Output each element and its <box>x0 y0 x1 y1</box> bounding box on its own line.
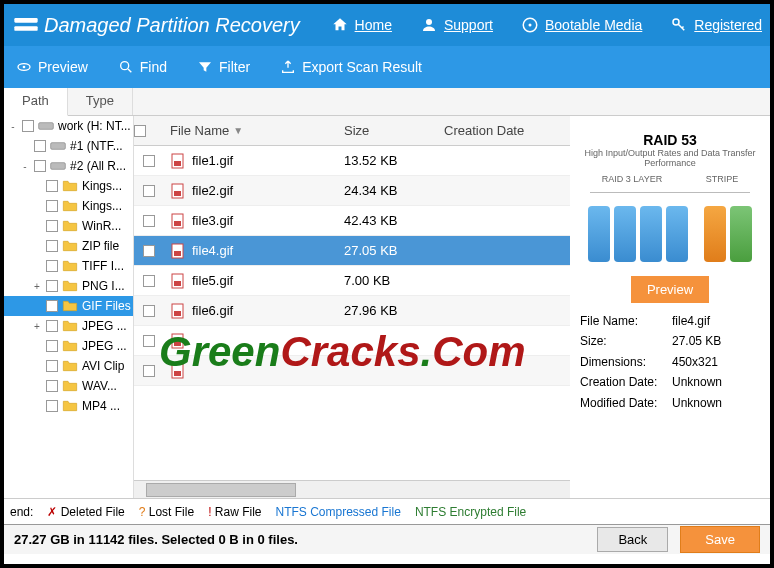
gif-file-icon <box>170 363 186 379</box>
tool-filter[interactable]: Filter <box>197 59 250 75</box>
svg-rect-10 <box>51 143 66 150</box>
tree-item[interactable]: MP4 ... <box>4 396 133 416</box>
tree-checkbox[interactable] <box>46 240 58 252</box>
svg-point-5 <box>673 19 679 25</box>
tree-item[interactable]: +JPEG ... <box>4 316 133 336</box>
meta-row: Dimensions:450x321 <box>580 352 760 372</box>
tree-item[interactable]: WAV... <box>4 376 133 396</box>
legend-ntfs-compressed: NTFS Compressed File <box>276 505 401 519</box>
file-row[interactable]: file5.gif7.00 KB <box>134 266 570 296</box>
header-link-support[interactable]: Support <box>420 16 493 34</box>
svg-point-2 <box>426 19 432 25</box>
meta-row: Size:27.05 KB <box>580 331 760 351</box>
back-button[interactable]: Back <box>597 527 668 552</box>
legend-bar: end: ✗ Deleted File ? Lost File ! Raw Fi… <box>4 498 770 524</box>
tree-item[interactable]: #1 (NTF... <box>4 136 133 156</box>
disc-icon <box>521 16 539 34</box>
svg-rect-11 <box>51 163 66 170</box>
tree-item[interactable]: WinR... <box>4 216 133 236</box>
col-name-header[interactable]: File Name▼ <box>164 123 344 138</box>
preview-button[interactable]: Preview <box>631 276 709 303</box>
tree-checkbox[interactable] <box>46 200 58 212</box>
tool-export-scan-result[interactable]: Export Scan Result <box>280 59 422 75</box>
legend-deleted: ✗ Deleted File <box>47 505 124 519</box>
gif-file-icon <box>170 153 186 169</box>
tree-item[interactable]: JPEG ... <box>4 336 133 356</box>
file-checkbox[interactable] <box>143 365 155 377</box>
svg-rect-15 <box>174 191 181 196</box>
file-checkbox[interactable] <box>143 245 155 257</box>
tree-checkbox[interactable] <box>46 180 58 192</box>
col-date-header[interactable]: Creation Date <box>444 123 564 138</box>
svg-rect-23 <box>174 311 181 316</box>
tree-item[interactable]: Kings... <box>4 196 133 216</box>
tree-item[interactable]: Kings... <box>4 176 133 196</box>
tab-type[interactable]: Type <box>68 88 133 115</box>
tree-item[interactable]: ZIP file <box>4 236 133 256</box>
file-checkbox[interactable] <box>143 305 155 317</box>
expand-icon[interactable]: - <box>8 121 18 132</box>
status-text: 27.27 GB in 11142 files. Selected 0 B in… <box>14 532 585 547</box>
expand-icon[interactable]: + <box>32 281 42 292</box>
file-row[interactable]: file2.gif24.34 KB <box>134 176 570 206</box>
export-icon <box>280 59 296 75</box>
tool-find[interactable]: Find <box>118 59 167 75</box>
svg-rect-17 <box>174 221 181 226</box>
tree-checkbox[interactable] <box>46 300 58 312</box>
file-checkbox[interactable] <box>143 275 155 287</box>
expand-icon[interactable]: - <box>20 161 30 172</box>
scroll-thumb[interactable] <box>146 483 296 497</box>
file-row[interactable] <box>134 326 570 356</box>
expand-icon[interactable]: + <box>32 321 42 332</box>
file-row[interactable]: file4.gif27.05 KB <box>134 236 570 266</box>
tree-checkbox[interactable] <box>46 260 58 272</box>
tree-item[interactable]: GIF Files <box>4 296 133 316</box>
file-row[interactable]: file6.gif27.96 KB <box>134 296 570 326</box>
tree-item[interactable]: +PNG I... <box>4 276 133 296</box>
file-checkbox[interactable] <box>143 155 155 167</box>
tree-item[interactable]: -work (H: NT... <box>4 116 133 136</box>
file-row[interactable]: file1.gif13.52 KB <box>134 146 570 176</box>
tree-checkbox[interactable] <box>46 340 58 352</box>
tree-panel: -work (H: NT...#1 (NTF...-#2 (All R...Ki… <box>4 116 134 498</box>
meta-row: Creation Date:Unknown <box>580 372 760 392</box>
tool-preview[interactable]: Preview <box>16 59 88 75</box>
header-link-registered[interactable]: Registered <box>670 16 762 34</box>
support-icon <box>420 16 438 34</box>
tree-checkbox[interactable] <box>46 360 58 372</box>
file-row[interactable] <box>134 356 570 386</box>
tree-checkbox[interactable] <box>46 280 58 292</box>
svg-rect-27 <box>174 371 181 376</box>
tree-checkbox[interactable] <box>46 320 58 332</box>
tree-checkbox[interactable] <box>46 220 58 232</box>
file-row[interactable]: file3.gif42.43 KB <box>134 206 570 236</box>
h-scrollbar[interactable] <box>134 480 570 498</box>
legend-ntfs-encrypted: NTFS Encrypted File <box>415 505 526 519</box>
header-link-home[interactable]: Home <box>331 16 392 34</box>
legend-raw: ! Raw File <box>208 505 261 519</box>
svg-rect-13 <box>174 161 181 166</box>
save-button[interactable]: Save <box>680 526 760 553</box>
file-checkbox[interactable] <box>143 185 155 197</box>
file-checkbox[interactable] <box>143 335 155 347</box>
tree-item[interactable]: TIFF I... <box>4 256 133 276</box>
file-checkbox[interactable] <box>143 215 155 227</box>
tree-item[interactable]: AVI Clip <box>4 356 133 376</box>
tree-checkbox[interactable] <box>46 400 58 412</box>
app-icon <box>12 13 40 37</box>
home-icon <box>331 16 349 34</box>
tree-checkbox[interactable] <box>34 140 46 152</box>
tree-checkbox[interactable] <box>22 120 34 132</box>
tree-checkbox[interactable] <box>46 380 58 392</box>
preview-subtitle: High Input/Output Rates and Data Transfe… <box>580 148 760 168</box>
svg-rect-1 <box>14 26 37 31</box>
col-size-header[interactable]: Size <box>344 123 444 138</box>
file-list: file1.gif13.52 KBfile2.gif24.34 KBfile3.… <box>134 146 570 480</box>
tab-path[interactable]: Path <box>4 88 68 116</box>
tree-checkbox[interactable] <box>34 160 46 172</box>
filter-icon <box>197 59 213 75</box>
check-all[interactable] <box>134 125 146 137</box>
header-link-bootable-media[interactable]: Bootable Media <box>521 16 642 34</box>
gif-file-icon <box>170 303 186 319</box>
tree-item[interactable]: -#2 (All R... <box>4 156 133 176</box>
